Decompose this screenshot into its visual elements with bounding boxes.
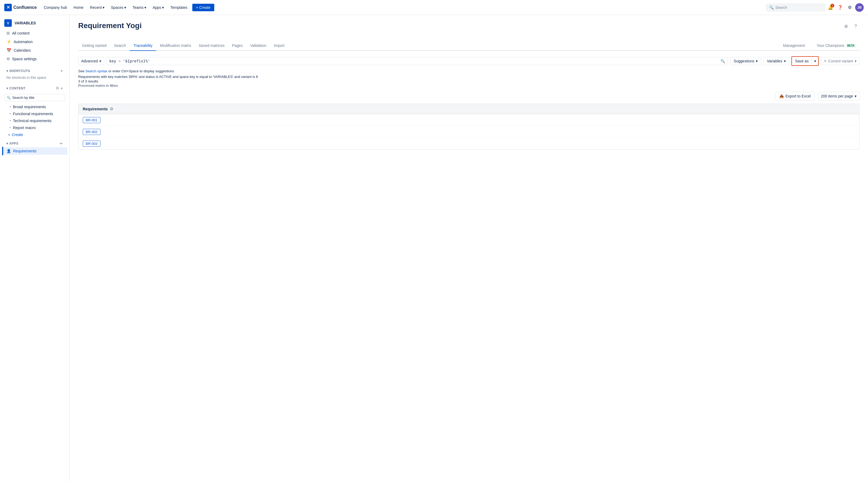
sidebar-item-space-settings[interactable]: ⚙ Space settings — [2, 55, 67, 63]
requirement-key-BR-003[interactable]: BR-003 — [83, 140, 100, 147]
gear-icon: ⚙ — [848, 5, 852, 10]
chevron-down-icon: ▾ — [102, 5, 104, 10]
search-icon: 🔍 — [769, 5, 774, 10]
tab-your-champions[interactable]: Your Champions BETA — [813, 41, 860, 50]
sidebar: V VARIABLES ⊞ All content ⚡ Automation 📅… — [0, 15, 70, 482]
chevron-down-icon: ▾ — [124, 5, 126, 10]
logo[interactable]: ✕ Confluence — [4, 4, 37, 11]
apps-title: ▾ Apps — [6, 142, 19, 146]
tab-validation[interactable]: Validation — [246, 41, 270, 51]
help-icon: ? — [855, 24, 857, 29]
items-per-page-dropdown[interactable]: 200 items per page ▾ — [818, 92, 860, 100]
content-add-button[interactable]: + — [61, 86, 63, 91]
nav-apps[interactable]: Apps ▾ — [150, 4, 166, 11]
help-button[interactable]: ❓ — [836, 3, 844, 12]
nav-teams[interactable]: Teams ▾ — [130, 4, 149, 11]
suggestions-button[interactable]: Suggestions ▾ — [730, 57, 761, 65]
clear-icon[interactable]: ✕ — [824, 59, 827, 63]
content-section: ▾ Content ⊟ + 🔍 Broad requirements Funct… — [0, 85, 69, 138]
table-row: BR-003 — [79, 138, 859, 150]
requirements-table: Requirements ⚙ BR-001 BR-002 BR-003 — [78, 104, 860, 150]
variables-button[interactable]: Variables ▾ — [763, 57, 789, 65]
chevron-down-icon[interactable]: ▾ — [812, 57, 818, 65]
tab-import[interactable]: Import — [270, 41, 288, 51]
chevron-down-icon: ▾ — [6, 142, 8, 146]
tab-management[interactable]: Management — [779, 41, 809, 50]
main-content: Requirement Yogi ⚙ ? Getting started Sea… — [70, 15, 868, 482]
requirement-key-BR-001[interactable]: BR-001 — [83, 117, 100, 123]
page-help-button[interactable]: ? — [852, 23, 860, 30]
sidebar-item-automation[interactable]: ⚡ Automation — [2, 37, 67, 46]
chevron-down-icon: ▾ — [756, 59, 758, 63]
automation-icon: ⚡ — [6, 39, 11, 44]
confluence-logo-text: Confluence — [13, 5, 37, 10]
sidebar-create-page[interactable]: + Create — [2, 131, 67, 138]
search-syntax-hint: See Search syntax or enter Ctrl+Space to… — [78, 69, 860, 73]
chevron-down-icon: ▾ — [784, 59, 786, 63]
export-to-excel-button[interactable]: 📤 Export to Excel — [775, 92, 815, 100]
main-layout: V VARIABLES ⊞ All content ⚡ Automation 📅… — [0, 15, 868, 482]
chevron-down-icon: ▾ — [144, 5, 146, 10]
tab-getting-started[interactable]: Getting started — [78, 41, 110, 51]
search-syntax-link[interactable]: Search syntax — [86, 69, 107, 73]
settings-icon: ⚙ — [6, 57, 10, 61]
chevron-down-icon: ▾ — [6, 87, 8, 90]
nav-templates[interactable]: Templates — [168, 4, 190, 11]
requirements-icon: 👤 — [6, 149, 11, 153]
apps-header: ▾ Apps ✏ — [2, 140, 67, 147]
tab-pages[interactable]: Pages — [228, 41, 246, 51]
tab-traceability[interactable]: Traceability — [130, 41, 156, 51]
tab-saved-matrices[interactable]: Saved matrices — [195, 41, 228, 51]
chevron-down-icon: ▾ — [99, 59, 101, 63]
table-row: BR-002 — [79, 126, 859, 138]
results-count: 3 of 3 results — [78, 79, 860, 83]
create-button[interactable]: + Create — [192, 4, 214, 11]
edit-icon[interactable]: ✏ — [60, 141, 63, 146]
chevron-down-icon: ▾ — [855, 59, 857, 63]
tab-modification-matrix[interactable]: Modification matrix — [156, 41, 195, 51]
search-placeholder: Search — [775, 5, 787, 10]
sidebar-report-macro[interactable]: Report macro — [2, 124, 67, 131]
plus-icon: + — [8, 133, 10, 137]
sidebar-broad-requirements[interactable]: Broad requirements — [2, 103, 67, 110]
shortcuts-section: ▾ Shortcuts + No shortcuts in this space — [0, 67, 69, 81]
apps-section: ▾ Apps ✏ 👤 Requirements — [0, 140, 69, 155]
nav-spaces[interactable]: Spaces ▾ — [108, 4, 129, 11]
tabs-right: Management Your Champions BETA — [779, 41, 860, 50]
search-icon[interactable]: 🔍 — [720, 59, 725, 63]
upload-icon: 📤 — [779, 94, 784, 98]
shortcuts-header: ▾ Shortcuts + — [2, 67, 67, 74]
save-as-button[interactable]: Save as ▾ — [792, 56, 819, 66]
nav-company-hub[interactable]: Company hub — [41, 4, 70, 11]
requirement-key-BR-002[interactable]: BR-002 — [83, 129, 100, 135]
sidebar-search-box[interactable]: 🔍 — [4, 94, 65, 101]
filter-icon[interactable]: ⊟ — [56, 86, 59, 91]
chevron-down-icon: ▾ — [6, 69, 8, 73]
sidebar-item-calendars[interactable]: 📅 Calendars — [2, 46, 67, 55]
filter-search-input[interactable] — [109, 59, 719, 63]
sidebar-item-all-content[interactable]: ⊞ All content — [2, 29, 67, 37]
results-description: Requirements with key matches 'BR%' and … — [78, 75, 860, 79]
page-gear-button[interactable]: ⚙ — [842, 23, 850, 30]
sidebar-technical-requirements[interactable]: Technical requirements — [2, 117, 67, 124]
notifications-button[interactable]: 🔔 3 — [826, 3, 835, 12]
sidebar-item-requirements[interactable]: 👤 Requirements — [2, 147, 67, 155]
filter-mode-dropdown[interactable]: Advanced ▾ — [78, 57, 104, 65]
help-icon: ❓ — [837, 5, 843, 10]
requirements-table-title: Requirements — [83, 107, 108, 111]
search-box[interactable]: 🔍 Search — [766, 4, 825, 11]
sidebar-functional-requirements[interactable]: Functional requirements — [2, 110, 67, 117]
filter-search-box[interactable]: 🔍 — [106, 57, 728, 65]
settings-button[interactable]: ⚙ — [845, 3, 854, 12]
user-avatar[interactable]: JB — [855, 3, 864, 12]
gear-icon: ⚙ — [844, 24, 848, 29]
nav-recent[interactable]: Recent ▾ — [87, 4, 107, 11]
requirements-settings-icon[interactable]: ⚙ — [110, 106, 113, 111]
tab-search[interactable]: Search — [110, 41, 130, 51]
processed-time: Processed matrix in 46ms — [78, 84, 860, 88]
shortcuts-add-button[interactable]: + — [61, 69, 63, 73]
nav-home[interactable]: Home — [71, 4, 86, 11]
page-title: Requirement Yogi — [78, 22, 142, 30]
sidebar-search-input[interactable] — [12, 96, 63, 100]
variant-dropdown[interactable]: ✕ Current variant ▾ — [821, 57, 860, 65]
